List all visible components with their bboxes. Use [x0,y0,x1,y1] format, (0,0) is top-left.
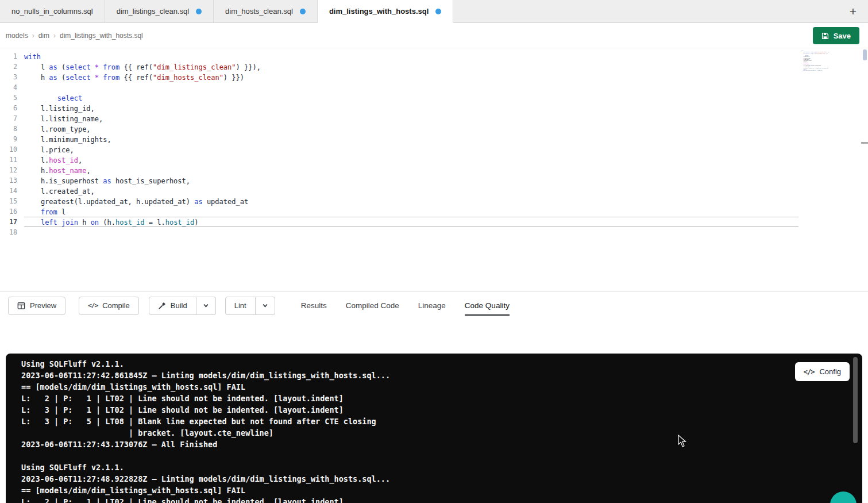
terminal-line: L: 2 | P: 1 | LT02 | Line should not be … [21,496,862,503]
line-number: 14 [0,186,17,196]
editor-tab-dim-listings-clean-sql[interactable]: dim_listings_clean.sql [105,0,214,22]
editor-tab-dim-listings-with-hosts-sql[interactable]: dim_listings_with_hosts.sql [318,0,453,23]
compile-button[interactable]: </> Compile [79,297,139,315]
code-line-7[interactable]: 7 l.listing_name, [0,113,868,124]
tab-bar: no_nulls_in_columns.sqldim_listings_clea… [0,0,868,23]
code-line-18[interactable]: 18 [0,227,868,237]
chevron-right-icon: › [53,32,56,40]
preview-button[interactable]: Preview [8,297,65,315]
unsaved-changes-dot-icon [196,9,202,14]
code-line-12[interactable]: 12 h.host_name, [0,165,868,175]
terminal-panel[interactable]: Using SQLFluff v2.1.1.2023-06-06T11:27:4… [6,354,862,503]
code-brackets-icon: </> [804,368,815,376]
minimap[interactable]: with l as (select * from {{ ref("dim_lis… [801,50,835,74]
code-line-2[interactable]: 2 l as (select * from {{ ref("dim_listin… [0,62,868,72]
code-line-6[interactable]: 6 l.listing_id, [0,103,868,113]
terminal-line: L: 3 | P: 5 | LT08 | Blank line expected… [21,416,862,427]
line-number: 11 [0,155,17,165]
line-number: 5 [0,93,17,103]
breadcrumb-segment[interactable]: dim [38,32,49,40]
code-line-8[interactable]: 8 l.room_type, [0,124,868,134]
code-line-9[interactable]: 9 l.minimum_nights, [0,134,868,144]
code-line-17[interactable]: 17 left join h on (h.host_id = l.host_id… [0,217,868,227]
line-number: 4 [0,82,17,93]
breadcrumb-segment[interactable]: dim_listings_with_hosts.sql [60,32,143,40]
build-dropdown-button[interactable] [196,297,216,315]
code-line-16[interactable]: 16 from l [0,206,868,217]
terminal-scrollbar[interactable] [853,356,858,503]
save-icon [821,32,829,40]
code-text: l.created_at, [24,186,798,196]
code-text: l.host_id, [24,155,798,165]
tab-label: dim_hosts_clean.sql [225,7,293,16]
line-number: 3 [0,72,17,82]
lint-button[interactable]: Lint [225,297,256,315]
breadcrumb: models›dim›dim_listings_with_hosts.sql [6,32,143,40]
terminal-line: 2023-06-06T11:27:43.173076Z — All Finish… [21,439,862,450]
terminal-line: Using SQLFluff v2.1.1. [21,462,862,473]
code-text: select [24,93,798,103]
lint-dropdown-button[interactable] [256,297,275,315]
code-text: l.listing_id, [24,103,798,113]
line-number: 17 [0,217,17,227]
code-editor[interactable]: 1with2 l as (select * from {{ ref("dim_l… [0,48,868,291]
terminal-line: 2023-06-06T11:27:42.861845Z — Linting mo… [21,370,862,381]
line-number: 15 [0,196,17,206]
code-text: h.is_superhost as host_is_superhost, [24,175,798,186]
terminal-scrollbar-thumb[interactable] [853,357,858,443]
code-line-4[interactable]: 4 [0,82,868,93]
code-text: with [24,51,798,62]
unsaved-changes-dot-icon [300,9,306,14]
code-text: from l [24,206,798,217]
lint-split-button: Lint [225,297,275,315]
result-tab-code-quality[interactable]: Code Quality [465,298,510,313]
code-area[interactable]: 1with2 l as (select * from {{ ref("dim_l… [0,48,868,237]
build-button[interactable]: Build [149,297,196,315]
line-number: 6 [0,103,17,113]
result-tab-compiled-code[interactable]: Compiled Code [346,298,399,313]
editor-tab-no-nulls-in-columns-sql[interactable]: no_nulls_in_columns.sql [0,0,105,22]
terminal-line: Using SQLFluff v2.1.1. [21,358,862,370]
build-hammer-icon [158,302,166,310]
editor-scrollbar[interactable] [861,48,868,291]
code-line-1[interactable]: 1with [0,51,868,62]
line-number: 10 [0,144,17,155]
result-tab-results[interactable]: Results [301,298,327,313]
terminal-line: == [models/dim/dim_listings_with_hosts.s… [21,485,862,496]
breadcrumb-bar: models›dim›dim_listings_with_hosts.sql S… [0,23,868,48]
code-line-11[interactable]: 11 l.host_id, [0,155,868,165]
code-brackets-icon: </> [88,302,98,309]
code-line-13[interactable]: 13 h.is_superhost as host_is_superhost, [0,175,868,186]
code-line-3[interactable]: 3 h as (select * from {{ ref("dim_hosts_… [0,72,868,82]
terminal-line: L: 3 | P: 1 | LT02 | Line should not be … [21,404,862,416]
minimap-content: with l as (select * from {{ ref("dim_lis… [801,50,835,72]
line-number: 13 [0,175,17,186]
code-text [24,227,798,237]
result-tab-lineage[interactable]: Lineage [418,298,446,313]
editor-tab-dim-hosts-clean-sql[interactable]: dim_hosts_clean.sql [214,0,318,22]
new-tab-button[interactable]: + [845,4,861,18]
editor-scrollbar-thumb[interactable] [863,49,867,60]
code-line-15[interactable]: 15 greatest(l.updated_at, h.updated_at) … [0,196,868,206]
build-split-button: Build [149,297,216,315]
code-text: h as (select * from {{ ref("dim_hosts_cl… [24,72,798,82]
config-button[interactable]: </> Config [795,362,850,381]
code-text: left join h on (h.host_id = l.host_id) [24,217,798,227]
dbt-ide-app: no_nulls_in_columns.sqldim_listings_clea… [0,0,868,503]
breadcrumb-segment[interactable]: models [6,32,28,40]
preview-grid-icon [17,302,25,310]
code-text: l.minimum_nights, [24,134,798,144]
terminal-output: Using SQLFluff v2.1.1.2023-06-06T11:27:4… [21,358,862,503]
preview-label: Preview [30,301,56,310]
code-line-5[interactable]: 5 select [0,93,868,103]
terminal-line [21,450,862,462]
code-line-14[interactable]: 14 l.created_at, [0,186,868,196]
code-line-10[interactable]: 10 l.price, [0,144,868,155]
result-tabs: ResultsCompiled CodeLineageCode Quality [301,298,510,313]
tab-label: no_nulls_in_columns.sql [11,7,93,16]
line-number: 16 [0,206,17,217]
save-button[interactable]: Save [813,27,859,44]
code-text: l as (select * from {{ ref("dim_listings… [24,62,798,72]
editor-scrollbar-marker [861,142,868,144]
line-number: 1 [0,51,17,62]
